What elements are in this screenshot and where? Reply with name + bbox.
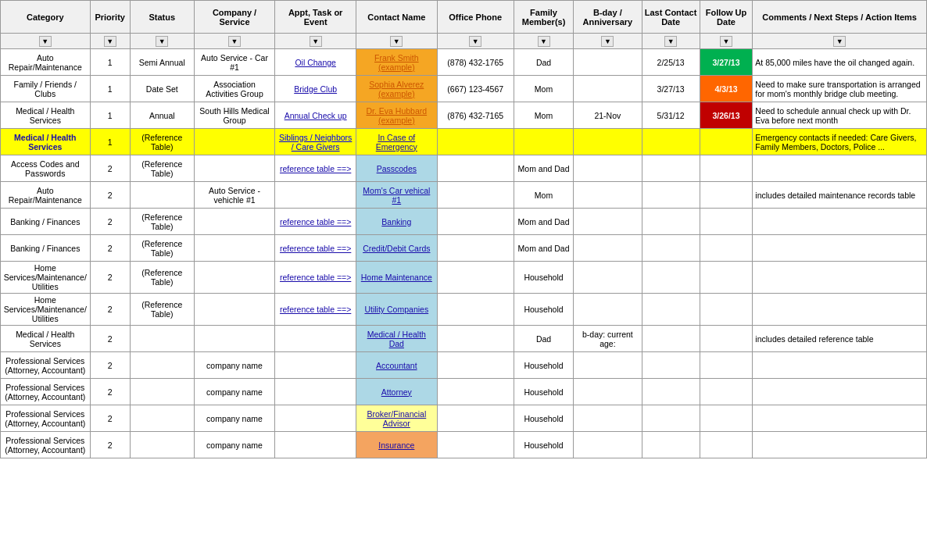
cell-appt[interactable]: Oil Change: [275, 49, 356, 76]
cell-followup: 4/3/13: [700, 76, 753, 102]
col-header-category: Category: [1, 1, 91, 34]
contact-link[interactable]: Sophia Alverez (example): [369, 80, 424, 98]
filter-status[interactable]: ▼: [130, 34, 194, 49]
cell-bday: [574, 209, 642, 235]
cell-company: [194, 294, 275, 326]
filter-lastcontact[interactable]: ▼: [642, 34, 700, 49]
cell-contact[interactable]: In Case of Emergency: [356, 129, 437, 155]
appt-link[interactable]: Oil Change: [295, 58, 336, 67]
dropdown-priority[interactable]: ▼: [104, 36, 116, 47]
cell-category: Banking / Finances: [1, 235, 91, 262]
filter-bday[interactable]: ▼: [574, 34, 642, 49]
dropdown-followup[interactable]: ▼: [720, 36, 732, 47]
cell-contact[interactable]: Passcodes: [356, 155, 437, 182]
cell-priority: 2: [90, 405, 130, 432]
cell-contact[interactable]: Insurance: [356, 432, 437, 458]
contact-link[interactable]: Insurance: [378, 441, 414, 450]
appt-link[interactable]: reference table ==>: [280, 217, 351, 226]
cell-appt[interactable]: reference table ==>: [275, 294, 356, 326]
cell-followup: [700, 432, 753, 458]
contact-link[interactable]: Attorney: [381, 387, 412, 397]
table-row: Professional Services (Attorney, Account…: [1, 432, 927, 458]
contact-link[interactable]: Utility Companies: [364, 305, 428, 314]
cell-phone: [437, 262, 514, 294]
contact-link[interactable]: Medical / Health Dad: [367, 330, 426, 348]
cell-lastcontact: [642, 262, 700, 294]
cell-contact[interactable]: Sophia Alverez (example): [356, 76, 437, 102]
contact-link[interactable]: Broker/Financial Advisor: [367, 409, 426, 428]
cell-contact[interactable]: Frank Smith (example): [356, 49, 437, 76]
dropdown-family[interactable]: ▼: [538, 36, 550, 47]
cell-contact[interactable]: Broker/Financial Advisor: [356, 405, 437, 432]
dropdown-company[interactable]: ▼: [228, 36, 241, 47]
cell-contact[interactable]: Credit/Debit Cards: [356, 235, 437, 262]
cell-followup: [700, 262, 753, 294]
cell-contact[interactable]: Banking: [356, 209, 437, 235]
contact-link[interactable]: Mom's Car vehical #1: [363, 186, 430, 205]
dropdown-status[interactable]: ▼: [156, 36, 168, 47]
contact-link[interactable]: Frank Smith (example): [374, 53, 419, 72]
contact-link[interactable]: In Case of Emergency: [376, 133, 417, 152]
cell-contact[interactable]: Dr. Eva Hubbard (example): [356, 102, 437, 129]
dropdown-lastcontact[interactable]: ▼: [664, 36, 677, 47]
dropdown-category[interactable]: ▼: [39, 36, 52, 47]
cell-phone: [437, 155, 514, 182]
cell-contact[interactable]: Utility Companies: [356, 294, 437, 326]
appt-link[interactable]: reference table ==>: [280, 164, 351, 173]
cell-family: Household: [514, 262, 573, 294]
filter-followup[interactable]: ▼: [700, 34, 753, 49]
cell-family: Household: [514, 294, 573, 326]
cell-appt[interactable]: reference table ==>: [275, 235, 356, 262]
appt-link[interactable]: reference table ==>: [280, 244, 351, 253]
cell-appt[interactable]: Siblings / Neighbors / Care Givers: [275, 129, 356, 155]
cell-company: Auto Service - vehichle #1: [194, 182, 275, 209]
appt-link[interactable]: reference table ==>: [280, 273, 351, 282]
cell-status: Semi Annual: [130, 49, 194, 76]
appt-link[interactable]: Annual Check up: [285, 111, 347, 120]
contact-link[interactable]: Dr. Eva Hubbard (example): [367, 106, 428, 125]
cell-company: Auto Service - Car #1: [194, 49, 275, 76]
cell-category: Home Services/Maintenance/Utilities: [1, 262, 91, 294]
cell-contact[interactable]: Medical / Health Dad: [356, 326, 437, 352]
dropdown-comments[interactable]: ▼: [833, 36, 846, 47]
contact-link[interactable]: Credit/Debit Cards: [363, 244, 430, 253]
cell-contact[interactable]: Home Maintenance: [356, 262, 437, 294]
cell-appt[interactable]: reference table ==>: [275, 209, 356, 235]
cell-phone: [437, 432, 514, 458]
filter-phone[interactable]: ▼: [437, 34, 514, 49]
dropdown-appt[interactable]: ▼: [310, 36, 322, 47]
cell-priority: 2: [90, 379, 130, 405]
cell-appt[interactable]: reference table ==>: [275, 262, 356, 294]
filter-company[interactable]: ▼: [194, 34, 275, 49]
cell-family: Household: [514, 352, 573, 379]
filter-priority[interactable]: ▼: [90, 34, 130, 49]
cell-appt: [275, 405, 356, 432]
contact-link[interactable]: Banking: [381, 217, 411, 226]
cell-contact[interactable]: Accountant: [356, 352, 437, 379]
cell-contact[interactable]: Mom's Car vehical #1: [356, 182, 437, 209]
cell-status: (Reference Table): [130, 235, 194, 262]
cell-appt[interactable]: Bridge Club: [275, 76, 356, 102]
contact-link[interactable]: Accountant: [376, 361, 417, 370]
cell-company: Association Activities Group: [194, 76, 275, 102]
dropdown-contact[interactable]: ▼: [390, 36, 403, 47]
table-row: Medical / Health Services1(Reference Tab…: [1, 129, 927, 155]
cell-priority: 1: [90, 49, 130, 76]
appt-link[interactable]: Bridge Club: [294, 84, 337, 94]
appt-link[interactable]: reference table ==>: [280, 305, 351, 314]
cell-contact[interactable]: Attorney: [356, 379, 437, 405]
contact-link[interactable]: Home Maintenance: [361, 273, 432, 282]
contact-link[interactable]: Passcodes: [377, 164, 417, 173]
cell-status: [130, 352, 194, 379]
appt-link[interactable]: Siblings / Neighbors / Care Givers: [279, 133, 352, 152]
cell-appt[interactable]: reference table ==>: [275, 155, 356, 182]
filter-contact[interactable]: ▼: [356, 34, 437, 49]
dropdown-bday[interactable]: ▼: [601, 36, 614, 47]
filter-category[interactable]: ▼: [1, 34, 91, 49]
cell-appt[interactable]: Annual Check up: [275, 102, 356, 129]
filter-family[interactable]: ▼: [514, 34, 573, 49]
filter-comments[interactable]: ▼: [753, 34, 927, 49]
filter-appt[interactable]: ▼: [275, 34, 356, 49]
dropdown-phone[interactable]: ▼: [469, 36, 481, 47]
cell-priority: 2: [90, 294, 130, 326]
